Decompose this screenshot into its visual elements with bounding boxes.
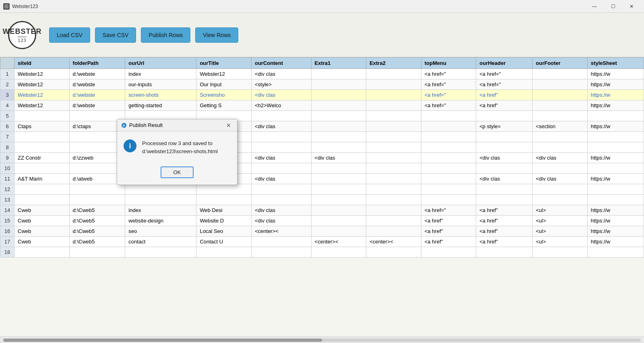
dialog-close-button[interactable]: ✕ — [224, 121, 233, 130]
dialog-message-line1: Processed row 3 and saved to — [142, 140, 213, 146]
dialog-message-line2: d:\webster123\screen-shots.html — [142, 148, 218, 154]
info-icon: i — [124, 139, 136, 152]
dialog-titlebar: P Publish Result ✕ — [117, 119, 237, 131]
dialog-title-icon: P — [121, 123, 127, 128]
dialog-message: Processed row 3 and saved to d:\webster1… — [142, 139, 218, 155]
info-symbol: i — [129, 142, 131, 150]
dialog-title-section: P Publish Result — [121, 122, 163, 128]
modal-overlay: P Publish Result ✕ i Processed row 3 and… — [0, 0, 644, 343]
dialog-body: i Processed row 3 and saved to d:\webste… — [117, 131, 237, 163]
ok-button[interactable]: OK — [161, 166, 194, 178]
svg-text:P: P — [123, 124, 125, 128]
dialog-title-text: Publish Result — [129, 122, 163, 128]
dialog-footer: OK — [117, 163, 237, 185]
publish-result-dialog: P Publish Result ✕ i Processed row 3 and… — [117, 119, 237, 185]
